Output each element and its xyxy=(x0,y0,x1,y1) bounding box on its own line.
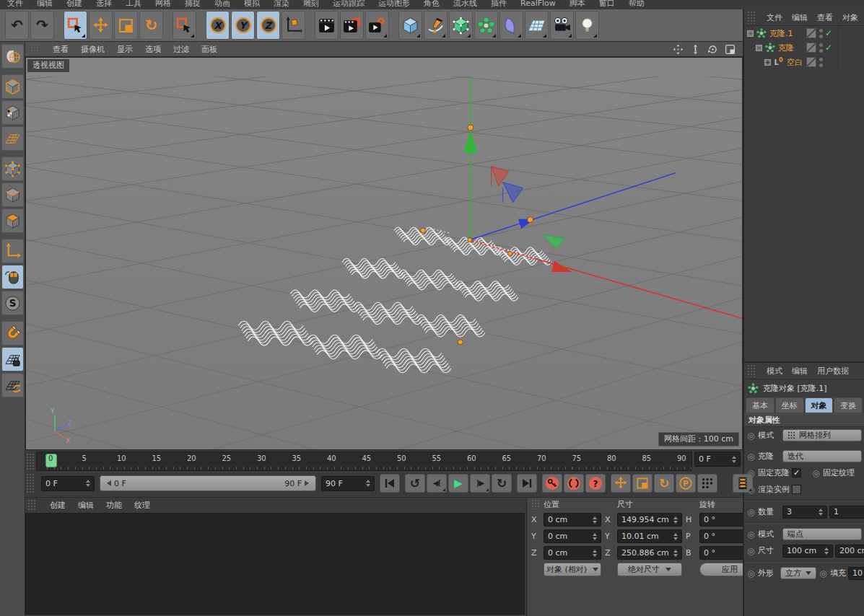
cloner-icon[interactable] xyxy=(756,28,767,39)
enabled-check-icon[interactable]: ✓ xyxy=(825,43,835,53)
dolly-view-icon[interactable] xyxy=(690,44,701,55)
camera-icon[interactable] xyxy=(550,11,574,40)
range-right-arrow-icon[interactable] xyxy=(305,480,309,486)
panel-grip-icon[interactable] xyxy=(747,364,755,377)
panel-grip-icon[interactable] xyxy=(26,453,34,470)
move-icon[interactable] xyxy=(89,11,113,40)
collapse-icon[interactable]: - xyxy=(747,30,754,37)
menu-item-运动图形[interactable]: 运动图形 xyxy=(378,0,410,9)
layer-swatch-icon[interactable] xyxy=(806,43,816,53)
texture-mode-icon[interactable] xyxy=(1,100,24,125)
size-mode-dropdown[interactable]: 绝对尺寸 xyxy=(617,563,682,576)
end-frame-field[interactable]: 90 F xyxy=(321,476,375,491)
coordinate-mode-dropdown[interactable]: 对象 (相对) xyxy=(544,563,601,576)
menu-item-文件[interactable]: 文件 xyxy=(7,0,23,9)
layer-swatch-icon[interactable] xyxy=(806,57,816,67)
menu-item-查看[interactable]: 查看 xyxy=(817,12,833,23)
visibility-dots-icon[interactable] xyxy=(819,29,823,38)
axis-mode-icon[interactable] xyxy=(1,239,24,263)
spinner-icon[interactable] xyxy=(728,456,736,463)
menu-item-捕捉[interactable]: 捕捉 xyxy=(185,0,201,9)
toggle-panels-icon[interactable] xyxy=(725,44,736,55)
menu-item-模式[interactable]: 模式 xyxy=(767,366,782,377)
menu-item-编辑[interactable]: 编辑 xyxy=(792,366,808,377)
menu-item-RealFlow[interactable]: RealFlow xyxy=(520,0,556,9)
scale-icon[interactable] xyxy=(114,11,138,40)
pos-y-field[interactable]: 0 cm xyxy=(544,529,601,543)
viewport-solo-icon[interactable] xyxy=(1,265,24,289)
menu-item-编辑[interactable]: 编辑 xyxy=(37,0,53,9)
expand-icon[interactable]: + xyxy=(764,59,771,66)
menu-item-编辑[interactable]: 编辑 xyxy=(792,12,808,23)
rotate-icon[interactable]: ↻ xyxy=(139,11,163,40)
render-instance-checkbox[interactable] xyxy=(792,485,801,494)
tab-变换[interactable]: 变换 xyxy=(834,397,863,413)
record-keyframe-icon[interactable] xyxy=(542,474,562,493)
render-settings-icon[interactable] xyxy=(365,11,389,40)
magnet-icon[interactable] xyxy=(1,321,24,346)
size-y-field[interactable]: 10.01 cm xyxy=(617,529,682,543)
menu-item-渲染[interactable]: 渲染 xyxy=(274,0,289,9)
spinner-icon[interactable] xyxy=(362,480,370,487)
panel-grip-icon[interactable] xyxy=(30,43,38,55)
viewport-label[interactable]: 透视视图 xyxy=(27,59,69,72)
menu-item-帮助[interactable]: 帮助 xyxy=(629,0,645,9)
redo-icon[interactable]: ↷ xyxy=(30,11,54,40)
make-editable-icon[interactable] xyxy=(1,44,24,69)
spinner-icon[interactable] xyxy=(82,480,90,487)
current-frame-field[interactable]: 0 F xyxy=(41,476,95,491)
rot-h-field[interactable]: 0 ° xyxy=(699,513,743,527)
count-field-1[interactable]: 3 xyxy=(782,506,827,519)
model-mode-icon[interactable] xyxy=(1,74,24,99)
menu-item-运动跟踪[interactable]: 运动跟踪 xyxy=(333,0,365,9)
anim-dot-icon[interactable] xyxy=(746,568,756,578)
menu-item-面板[interactable]: 面板 xyxy=(201,44,217,55)
light-icon[interactable] xyxy=(575,11,599,40)
anim-dot-icon[interactable] xyxy=(746,431,756,441)
menu-item-流水线[interactable]: 流水线 xyxy=(453,0,477,9)
menu-item-选择[interactable]: 选择 xyxy=(96,0,112,9)
workplane-lock-icon[interactable] xyxy=(1,347,24,371)
last-tool-icon[interactable] xyxy=(173,11,196,40)
render-view-icon[interactable] xyxy=(315,11,339,40)
subdivision-surface-icon[interactable] xyxy=(449,11,473,40)
polygons-mode-icon[interactable] xyxy=(1,208,24,233)
key-position-icon[interactable] xyxy=(611,474,631,493)
timeline-window-icon[interactable] xyxy=(733,474,753,493)
size-field-2[interactable]: 200 cm xyxy=(835,545,864,558)
menu-item-角色[interactable]: 角色 xyxy=(424,0,440,9)
anim-dot-icon[interactable] xyxy=(746,546,756,556)
clone-order-dropdown[interactable]: 迭代 xyxy=(782,450,862,462)
collapse-icon[interactable]: - xyxy=(756,45,762,51)
timeline-ruler[interactable]: 051015202530354045505560657075808590 xyxy=(36,452,692,471)
key-rotation-icon[interactable]: ↻ xyxy=(654,474,674,493)
menu-item-窗口[interactable]: 窗口 xyxy=(599,0,615,9)
panel-grip-icon[interactable] xyxy=(27,499,35,511)
menu-item-脚本[interactable]: 脚本 xyxy=(570,0,585,9)
tab-基本[interactable]: 基本 xyxy=(746,397,774,413)
menu-item-纹理[interactable]: 纹理 xyxy=(134,500,150,511)
mograph-icon[interactable] xyxy=(474,11,498,40)
object-label[interactable]: 克隆.1 xyxy=(769,28,793,39)
pos-z-field[interactable]: 0 cm xyxy=(544,546,601,560)
pan-view-icon[interactable] xyxy=(673,44,684,55)
key-parameter-icon[interactable]: P xyxy=(676,474,696,493)
menu-item-摄像机[interactable]: 摄像机 xyxy=(81,44,105,55)
key-scale-icon[interactable] xyxy=(632,474,653,493)
menu-item-工具[interactable]: 工具 xyxy=(126,0,141,9)
menu-item-雕刻[interactable]: 雕刻 xyxy=(303,0,319,9)
menu-item-编辑[interactable]: 编辑 xyxy=(78,500,94,511)
primitive-cube-icon[interactable] xyxy=(398,11,422,40)
viewport-3d[interactable]: YZX 透视视图 网格间距 : 100 cm xyxy=(25,57,743,450)
next-key-icon[interactable]: ↻ xyxy=(492,474,512,493)
menu-item-网格[interactable]: 网格 xyxy=(155,0,171,9)
menu-item-创建[interactable]: 创建 xyxy=(50,500,66,511)
anim-dot-icon[interactable] xyxy=(746,507,756,517)
pos-x-field[interactable]: 0 cm xyxy=(544,513,601,527)
workplane-mode-icon[interactable] xyxy=(1,126,24,151)
key-pla-icon[interactable] xyxy=(697,474,717,493)
anim-dot-icon[interactable] xyxy=(811,468,821,478)
deformer-icon[interactable] xyxy=(499,11,523,40)
visibility-dots-icon[interactable] xyxy=(819,58,823,67)
object-label[interactable]: 空白 xyxy=(787,57,803,68)
